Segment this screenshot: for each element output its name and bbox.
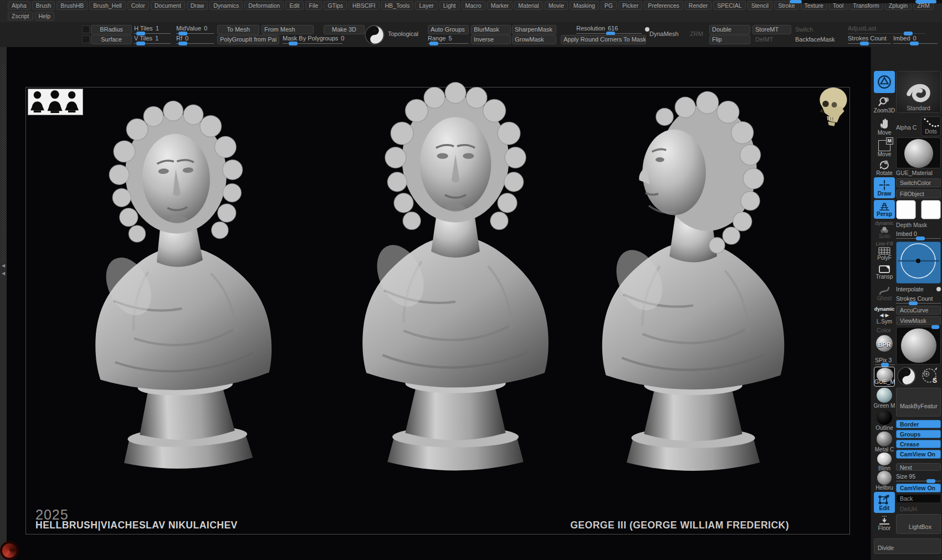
- midvalue-slider[interactable]: MidValue0: [176, 25, 214, 34]
- maskbyfeature-button[interactable]: MaskByFeatur: [896, 388, 941, 417]
- menu-item[interactable]: Movie: [545, 1, 568, 10]
- menu-item[interactable]: Picker: [618, 1, 642, 10]
- blurmask-button[interactable]: BlurMask: [471, 25, 511, 34]
- polyf-button[interactable]: Line-Fill PolyF: [874, 241, 895, 261]
- menu-item[interactable]: Layer: [415, 1, 437, 10]
- strokes-count-slider-sidebar[interactable]: Strokes Count: [896, 295, 941, 304]
- sphere-knob[interactable]: [931, 325, 939, 329]
- sharpenmask-button[interactable]: SharpenMask: [512, 25, 556, 34]
- surface-button[interactable]: Surface: [91, 35, 132, 44]
- double-button[interactable]: Double: [709, 25, 750, 34]
- to-mesh-button[interactable]: To Mesh: [217, 25, 259, 34]
- menu-item[interactable]: Masking: [570, 1, 599, 10]
- alpha-sphere-thumbnail[interactable]: [896, 327, 941, 364]
- crease-button[interactable]: Crease: [896, 440, 941, 448]
- growmask-button[interactable]: GrowMask: [512, 35, 556, 44]
- menu-item[interactable]: BrushHB: [57, 1, 88, 10]
- menu-item[interactable]: Help: [35, 12, 55, 20]
- transp-button[interactable]: Transp: [874, 263, 895, 281]
- menu-item[interactable]: Color: [127, 1, 149, 10]
- menu-item[interactable]: HB_Tools: [381, 1, 414, 10]
- draw-mode-button[interactable]: Draw: [874, 177, 895, 198]
- hellbru-material[interactable]: Hellbru: [874, 471, 895, 490]
- groups-button[interactable]: Groups: [896, 430, 941, 438]
- stroke-dots-thumbnail[interactable]: Dots: [921, 116, 941, 136]
- inverse-button[interactable]: Inverse: [471, 35, 511, 44]
- h-tiles-slider[interactable]: H Tiles1: [134, 25, 171, 34]
- spotlight-icon[interactable]: S: [920, 367, 939, 386]
- interpolate-dot[interactable]: [936, 287, 941, 291]
- menu-item[interactable]: Dynamics: [209, 1, 243, 10]
- menu-item[interactable]: Render: [685, 1, 711, 10]
- back-button[interactable]: Back: [896, 494, 941, 503]
- dynamesh-label[interactable]: DynaMesh: [649, 30, 679, 37]
- menu-item[interactable]: Document: [151, 1, 185, 10]
- menu-item[interactable]: Brush_Hell: [89, 1, 125, 10]
- lightbox-button[interactable]: LightBox: [896, 514, 941, 534]
- delmt-button[interactable]: DelMT: [752, 35, 791, 44]
- auto-groups-button[interactable]: Auto Groups: [428, 25, 469, 34]
- metal-c-material[interactable]: Metal C: [874, 431, 895, 453]
- menu-item[interactable]: Material: [514, 1, 542, 10]
- top-tray-scrollbar[interactable]: [790, 0, 942, 3]
- bpr-button[interactable]: BPR: [874, 334, 895, 355]
- size-slider[interactable]: Size 95: [896, 473, 941, 481]
- menu-item[interactable]: Edit: [285, 1, 303, 10]
- menu-item[interactable]: Stencil: [748, 1, 773, 10]
- stencil-brush-icon[interactable]: [365, 25, 385, 45]
- scrollbar-handle[interactable]: [915, 0, 936, 3]
- green-m-material[interactable]: Green M: [874, 388, 895, 409]
- outline-material[interactable]: Outline: [874, 410, 895, 431]
- menu-item[interactable]: SPECIAL: [713, 1, 745, 10]
- rotate-button[interactable]: Rotate: [874, 158, 895, 176]
- document-canvas[interactable]: 2025 HELLBRUSH|VIACHESLAV NIKULAICHEV GE…: [7, 47, 871, 560]
- rf-slider[interactable]: Rf0: [176, 35, 214, 44]
- solo-button[interactable]: dynamic Solo: [874, 220, 895, 239]
- color-swatch-secondary[interactable]: [921, 200, 941, 219]
- polygroupit-button[interactable]: PolyGroupIt from Pai: [217, 35, 279, 44]
- menu-item[interactable]: GTips: [324, 1, 347, 10]
- color-swatch-main[interactable]: [896, 200, 916, 219]
- bradius-button[interactable]: BRadius: [91, 25, 132, 34]
- menu-item[interactable]: Marker: [487, 1, 513, 10]
- menu-item[interactable]: Preferences: [644, 1, 683, 10]
- switchcolor-button[interactable]: SwitchColor: [896, 178, 941, 187]
- depth-mask-label[interactable]: Depth Mask: [896, 222, 927, 228]
- imbed-slider[interactable]: Imbed0: [893, 35, 938, 44]
- collapse-arrow-icon[interactable]: ◀: [0, 270, 7, 278]
- menu-item[interactable]: Brush: [32, 1, 55, 10]
- backfacemask-button[interactable]: BackfaceMask: [792, 35, 842, 44]
- menu-item[interactable]: Draw: [187, 1, 208, 10]
- storemt-button[interactable]: StoreMT: [752, 25, 791, 34]
- spix-slider[interactable]: SPix 3: [875, 357, 895, 365]
- blinn-material[interactable]: Blinn: [874, 453, 895, 471]
- floor-button[interactable]: Floor: [874, 514, 895, 532]
- divide-button[interactable]: Divide: [874, 538, 941, 554]
- make-3d-button[interactable]: Make 3D: [324, 25, 365, 34]
- zoom3d-button[interactable]: Zoom3D: [874, 95, 895, 114]
- zrm-label[interactable]: ZRM: [690, 30, 703, 37]
- shelf-mini-swatch[interactable]: [82, 35, 90, 43]
- switch-button[interactable]: Switch: [792, 25, 837, 34]
- resolution-dot[interactable]: [645, 27, 649, 32]
- camview-on-button-2[interactable]: CamView On: [896, 484, 941, 492]
- menu-item[interactable]: Macro: [462, 1, 485, 10]
- interpolate-control[interactable]: Interpolate: [896, 286, 941, 292]
- move-hand-button[interactable]: Move: [874, 117, 895, 136]
- adjustlast-slider[interactable]: AdjustLast: [848, 25, 925, 34]
- viewmask-button[interactable]: ViewMask: [896, 316, 941, 325]
- apply-round-corners-button[interactable]: Apply Round Corners To Mask: [561, 35, 646, 44]
- menu-item[interactable]: Deformation: [244, 1, 284, 10]
- gue-m-material-thumbnail[interactable]: GUE_M: [874, 367, 895, 387]
- camview-on-button[interactable]: CamView On: [896, 450, 941, 459]
- standard-brush-thumbnail[interactable]: Standard: [896, 71, 941, 113]
- menu-item[interactable]: Alpha: [8, 1, 30, 10]
- v-tiles-slider[interactable]: V Tiles1: [134, 35, 171, 44]
- mask-by-polygroups-slider[interactable]: Mask By Polygroups0: [283, 35, 342, 44]
- fillobject-button[interactable]: FillObject: [896, 189, 941, 198]
- left-tray-collapse[interactable]: ◀ ◀: [0, 262, 7, 278]
- flip-button[interactable]: Flip: [709, 35, 750, 44]
- menu-item[interactable]: Zscript: [8, 12, 33, 20]
- collapse-arrow-icon[interactable]: ◀: [0, 262, 7, 270]
- resolution-slider[interactable]: Resolution616: [576, 25, 642, 34]
